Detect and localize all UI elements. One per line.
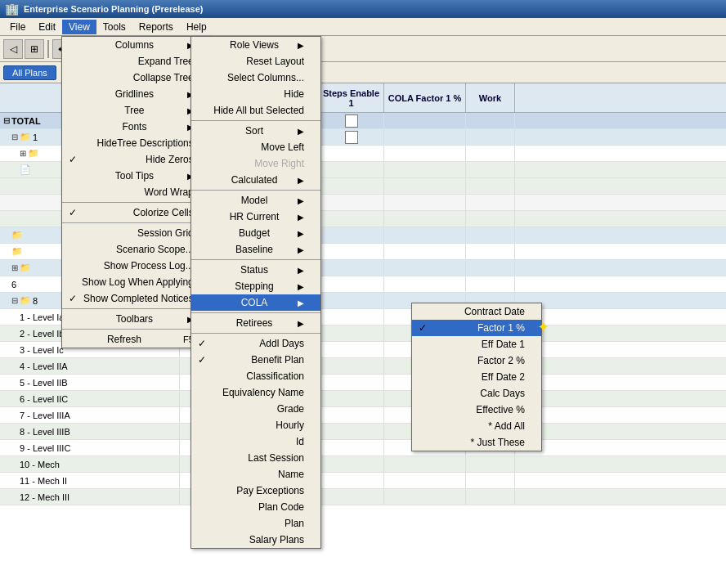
- menu-item-effective-pct[interactable]: Effective %: [412, 402, 541, 418]
- menu-item-benefit-plan[interactable]: ✓ Benefit Plan: [191, 352, 320, 368]
- menu-item-fonts[interactable]: Fonts ▶: [62, 119, 210, 135]
- steps-cell: [319, 342, 384, 357]
- menu-item-role-views[interactable]: Role Views ▶: [191, 37, 320, 53]
- menu-item-contract-date[interactable]: Contract Date: [412, 303, 541, 320]
- menu-item-last-session[interactable]: Last Session: [191, 450, 320, 466]
- menu-reports[interactable]: Reports: [132, 20, 180, 34]
- menu-item-colorize[interactable]: ✓ Colorize Cells: [62, 204, 210, 221]
- checkbox[interactable]: [345, 131, 358, 144]
- menu-item-show-completed[interactable]: ✓ Show Completed Notices: [62, 290, 210, 307]
- steps-cell: [319, 276, 384, 292]
- app-icon: 🏢: [5, 2, 19, 16]
- tree-cell: 10 - Mech: [0, 456, 180, 472]
- menu-item-model[interactable]: Model ▶: [191, 192, 320, 209]
- menu-tools[interactable]: Tools: [96, 20, 132, 34]
- menu-item-refresh[interactable]: Refresh F5: [62, 331, 210, 348]
- menu-item-move-right: Move Right: [191, 155, 320, 172]
- all-plans-button[interactable]: All Plans: [3, 65, 56, 80]
- menu-item-addl-days[interactable]: ✓ Addl Days: [191, 335, 320, 352]
- menu-help[interactable]: Help: [180, 20, 213, 34]
- row-label: 3 - Level Ic: [20, 345, 64, 355]
- work-cell: [466, 260, 515, 276]
- work-cell: [466, 489, 515, 505]
- toolbar-btn-2[interactable]: ⊞: [25, 39, 44, 59]
- expand-icon[interactable]: ⊟: [3, 116, 10, 125]
- work-cell: [466, 129, 515, 145]
- menu-item-hide[interactable]: Hide: [191, 86, 320, 102]
- menu-item-calc-days[interactable]: Calc Days: [412, 385, 541, 402]
- row-label: 1: [33, 132, 38, 142]
- menu-item-tree[interactable]: Tree ▶: [62, 102, 210, 119]
- menu-item-tool-tips[interactable]: Tool Tips ▶: [62, 168, 210, 184]
- table-row: 4 - Level IIA: [0, 358, 726, 375]
- menu-item-cola[interactable]: COLA ▶: [191, 294, 320, 311]
- menu-item-factor1pct[interactable]: ✓ Factor 1 % ✦: [412, 320, 541, 336]
- menu-item-columns[interactable]: Columns ▶: [62, 37, 210, 53]
- cola-cell: [384, 129, 466, 145]
- steps-cell: [319, 146, 384, 161]
- steps-cell: [319, 358, 384, 374]
- menu-item-word-wrap[interactable]: Word Wrap: [62, 184, 210, 200]
- menu-item-plan-code[interactable]: Plan Code: [191, 499, 320, 515]
- folder-icon: 📁: [20, 295, 31, 306]
- menu-item-grade[interactable]: Grade: [191, 401, 320, 417]
- menu-item-pay-exceptions[interactable]: Pay Exceptions: [191, 483, 320, 499]
- menu-item-toolbars[interactable]: Toolbars ▶: [62, 311, 210, 327]
- cola-cell: [384, 195, 466, 210]
- row-label: 4 - Level IIA: [20, 361, 68, 371]
- expand-icon[interactable]: ⊟: [11, 296, 18, 305]
- menu-view[interactable]: View: [62, 20, 96, 34]
- menu-item-retirees[interactable]: Retirees ▶: [191, 315, 320, 331]
- menu-file[interactable]: File: [3, 20, 32, 34]
- menu-item-hide-zeros[interactable]: ✓ Hide Zeros: [62, 151, 210, 168]
- checkbox[interactable]: [345, 114, 358, 128]
- menu-sep: [191, 312, 320, 313]
- menu-item-id[interactable]: Id: [191, 433, 320, 450]
- menu-edit[interactable]: Edit: [32, 20, 62, 34]
- menu-item-show-process[interactable]: Show Process Log...: [62, 258, 210, 274]
- menu-item-calculated[interactable]: Calculated ▶: [191, 172, 320, 188]
- menu-item-sort[interactable]: Sort ▶: [191, 123, 320, 139]
- row-label: TOTAL: [11, 116, 41, 126]
- expand-icon[interactable]: ⊞: [20, 149, 26, 158]
- menu-item-baseline[interactable]: Baseline ▶: [191, 241, 320, 258]
- menu-item-plan[interactable]: Plan: [191, 515, 320, 532]
- menu-item-show-log[interactable]: Show Log When Applying: [62, 274, 210, 290]
- steps-cell: [319, 489, 384, 505]
- menu-item-eff-date2[interactable]: Eff Date 2: [412, 369, 541, 385]
- menu-item-add-all[interactable]: * Add All: [412, 418, 541, 434]
- menu-item-session-grid[interactable]: Session Grid: [62, 225, 210, 241]
- menu-item-factor2pct[interactable]: Factor 2 %: [412, 352, 541, 369]
- toolbar-btn-1[interactable]: ◁: [3, 39, 23, 59]
- menu-item-gridlines[interactable]: Gridlines ▶: [62, 86, 210, 102]
- work-cell: [466, 146, 515, 161]
- expand-icon[interactable]: ⊟: [11, 132, 18, 141]
- menu-item-equivalency[interactable]: Equivalency Name: [191, 384, 320, 401]
- menu-item-select-columns[interactable]: Select Columns...: [191, 70, 320, 86]
- menu-item-salary-plans[interactable]: Salary Plans: [191, 532, 320, 548]
- work-cell: [466, 195, 515, 210]
- menu-item-reset-layout[interactable]: Reset Layout: [191, 53, 320, 70]
- menu-item-status[interactable]: Status ▶: [191, 262, 320, 278]
- menu-item-hourly[interactable]: Hourly: [191, 417, 320, 433]
- app-title: Enterprise Scenario Planning (Prerelease…: [24, 4, 203, 14]
- menu-item-classification[interactable]: Classification: [191, 368, 320, 384]
- menu-item-budget[interactable]: Budget ▶: [191, 225, 320, 241]
- menu-item-hide-tree[interactable]: HideTree Descriptions: [62, 135, 210, 151]
- menu-item-collapse-tree[interactable]: Collapse Tree: [62, 70, 210, 86]
- menu-item-scenario-scope[interactable]: Scenario Scope...: [62, 241, 210, 258]
- menu-item-hr-current[interactable]: HR Current ▶: [191, 209, 320, 225]
- view-menu-dropdown: Columns ▶ Expand Tree Collapse Tree Grid…: [61, 36, 211, 348]
- menu-item-name[interactable]: Name: [191, 466, 320, 483]
- table-row: 6 - Level IIC: [0, 391, 726, 407]
- menu-item-eff-date1[interactable]: Eff Date 1: [412, 336, 541, 352]
- menu-item-just-these[interactable]: * Just These: [412, 434, 541, 451]
- row-label: 6: [11, 280, 16, 290]
- menu-item-stepping[interactable]: Stepping ▶: [191, 278, 320, 294]
- expand-icon[interactable]: ⊞: [11, 263, 18, 272]
- menu-item-move-left[interactable]: Move Left: [191, 139, 320, 155]
- menu-item-hide-all[interactable]: Hide All but Selected: [191, 102, 320, 119]
- steps-cell: [319, 195, 384, 210]
- menu-item-expand-tree[interactable]: Expand Tree: [62, 53, 210, 70]
- menu-sep: [191, 333, 320, 334]
